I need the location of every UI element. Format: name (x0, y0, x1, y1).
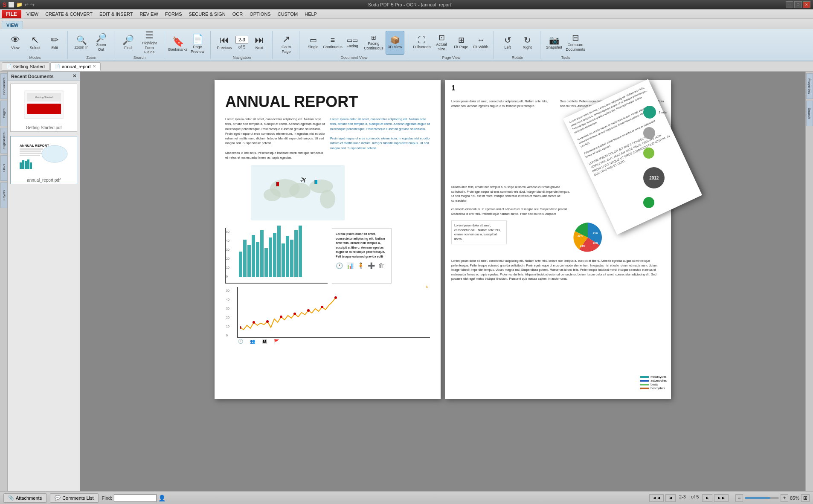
find-input[interactable] (114, 494, 157, 502)
3d-view-button[interactable]: 📦 3D View (386, 31, 404, 55)
continuous-view-button[interactable]: ≡ Continuous (323, 31, 342, 55)
current-page-info: 2-3 (679, 494, 686, 502)
maximize-button[interactable]: □ (794, 1, 802, 8)
svg-point-22 (320, 190, 335, 209)
prev-page-button[interactable]: ◄ (665, 494, 676, 502)
recent-doc-getting-started[interactable]: Getting Started Getting Started.pdf (10, 84, 77, 132)
legend-color-motorcycles (640, 376, 649, 378)
fullscreen-button[interactable]: ⛶ Fullscreen (412, 31, 431, 55)
page-number-area: of 5 (235, 36, 248, 49)
open-icon[interactable]: 📁 (16, 2, 23, 8)
close-button[interactable]: ✕ (803, 1, 810, 8)
svg-point-20 (264, 188, 281, 201)
new-icon[interactable]: ⬜ (8, 2, 15, 8)
options-menu[interactable]: OPTIONS (246, 11, 274, 17)
rotate-right-label: Right (523, 45, 531, 50)
view-mode-button[interactable]: 👁 View (6, 31, 25, 55)
ocr-menu[interactable]: OCR (229, 11, 246, 17)
tab-close-icon[interactable]: ✕ (93, 64, 96, 69)
tab-view[interactable]: VIEW (2, 21, 23, 29)
goto-page-button[interactable]: ↗ Go to Page (277, 32, 296, 56)
select-mode-button[interactable]: ↖ Select (26, 31, 44, 55)
timeline-item-2 (643, 127, 667, 139)
svg-point-35 (321, 306, 323, 308)
sidebar-close-icon[interactable]: ✕ (73, 73, 76, 79)
next-page-nav-button[interactable]: ► (702, 494, 712, 502)
links-panel-button[interactable]: Links (0, 155, 7, 181)
fit-width-button[interactable]: ↔ Fit Width (471, 31, 490, 55)
attachments-tab[interactable]: 📎 Attachments (3, 493, 46, 503)
redo-icon[interactable]: ↪ (30, 2, 35, 8)
zoom-in-button[interactable]: 🔍 Zoom In (72, 31, 91, 55)
chart-sidebar-title: Lorem ipsum dolor sit amet, consectetur … (336, 232, 388, 259)
review-menu[interactable]: REVIEW (136, 11, 161, 17)
signatures-panel-button[interactable]: Signatures (0, 128, 7, 154)
highlight-form-button[interactable]: ☰ Highlight Form Fields (138, 31, 160, 55)
find-button[interactable]: 🔎 Find (119, 31, 137, 55)
secure-sign-menu[interactable]: SECURE & SIGN (186, 11, 229, 17)
fit-page-button[interactable]: ⊞ Fit Page (452, 31, 470, 55)
bookmarks-buttons: 🔖 Bookmarks 📄 Page Preview (168, 31, 207, 58)
svg-rect-7 (20, 148, 43, 150)
svg-text:23%: 23% (578, 235, 583, 237)
custom-menu[interactable]: CUSTOM (274, 11, 301, 17)
dollar-sign: $ (426, 285, 428, 289)
comments-label: Comments List (62, 495, 93, 501)
pages-panel-button[interactable]: Pages (0, 101, 7, 126)
compare-docs-button[interactable]: ⊟ Compare Documents (564, 31, 587, 55)
comments-list-tab[interactable]: 💬 Comments List (50, 493, 98, 503)
zoom-out-button[interactable]: 🔎 Zoom Out (92, 31, 110, 55)
bookmarks-panel-button[interactable]: Bookmarks (0, 73, 7, 99)
rotate-right-button[interactable]: ↻ Right (518, 31, 537, 55)
single-view-button[interactable]: ▭ Single (304, 31, 322, 55)
legend-helicopters: helicopters (640, 387, 667, 390)
annual-report-thumbnail: ANNUAL REPORT (16, 138, 72, 176)
page-number-input[interactable] (235, 36, 248, 43)
edit-insert-menu[interactable]: EDIT & INSERT (96, 11, 136, 17)
find-person-icon[interactable]: 👤 (158, 495, 166, 501)
rotate-label: Rotate (512, 55, 523, 60)
view-menu[interactable]: VIEW (23, 11, 42, 17)
tab-getting-started[interactable]: 📄 Getting Started (2, 62, 49, 71)
facing-continuous-button[interactable]: ⊞ Facing Continuous (363, 31, 385, 55)
legend-color-boats (640, 384, 649, 385)
last-page-button[interactable]: ►► (714, 494, 729, 502)
previous-button[interactable]: ⏮ Previous (215, 31, 234, 55)
main-area: Bookmarks Pages Signatures Links Layers … (0, 72, 813, 491)
line-chart-y-labels: 50403020100 (226, 289, 229, 337)
minimize-button[interactable]: ─ (786, 1, 793, 8)
titlebar: S ⬜ 📁 ↩ ↪ Soda PDF 5 Pro - OCR - [annual… (0, 0, 813, 9)
bookmarks-button[interactable]: 🔖 Bookmarks (168, 32, 187, 56)
file-menu-button[interactable]: FILE (2, 10, 21, 18)
properties-panel-button[interactable]: Properties (806, 73, 813, 99)
tools-group: 📷 Snapshot ⊟ Compare Documents Tools (541, 31, 590, 59)
next-button[interactable]: ⏭ Next (250, 31, 269, 55)
undo-icon[interactable]: ↩ (24, 2, 29, 8)
first-page-button[interactable]: ◄◄ (649, 494, 664, 502)
zoom-in-status-button[interactable]: + (781, 494, 788, 502)
edit-mode-button[interactable]: ✏ Edit (45, 31, 64, 55)
recent-doc-annual-report[interactable]: ANNUAL REPORT an (10, 136, 77, 184)
getting-started-thumbnail: Getting Started (16, 85, 72, 124)
facing-label: Facing (346, 44, 358, 49)
rotate-left-button[interactable]: ↺ Left (498, 31, 517, 55)
page-preview-button[interactable]: 📄 Page Preview (188, 32, 207, 56)
forms-menu[interactable]: FORMS (162, 11, 186, 17)
zoom-expand-button[interactable]: ⊞ (801, 494, 810, 502)
create-convert-menu[interactable]: CREATE & CONVERT (42, 11, 96, 17)
people-bottom-icon: 👥 (250, 339, 255, 344)
sidebar-header: Recent Documents ✕ (8, 72, 80, 81)
modes-buttons: 👁 View ↖ Select ✏ Edit (6, 31, 64, 55)
document-tabs: 📄 Getting Started 📄 annual_report ✕ (0, 61, 813, 72)
zoom-slider[interactable] (745, 497, 779, 499)
facing-view-button[interactable]: ▭▭ Facing (343, 31, 362, 55)
actual-size-button[interactable]: ⊡ Actual Size (432, 31, 451, 55)
snapshot-button[interactable]: 📷 Snapshot (545, 31, 563, 55)
layers-panel-button[interactable]: Layers (0, 182, 7, 208)
help-menu[interactable]: HELP (301, 11, 320, 17)
search-panel-button[interactable]: Search (806, 101, 813, 126)
zoom-out-status-button[interactable]: − (735, 494, 743, 502)
page-navigation-arrows: ◄◄ ◄ 2-3 of 5 ► ►► (649, 494, 729, 502)
tab-annual-report[interactable]: 📄 annual_report ✕ (50, 62, 101, 71)
svg-text:24%: 24% (580, 245, 586, 247)
